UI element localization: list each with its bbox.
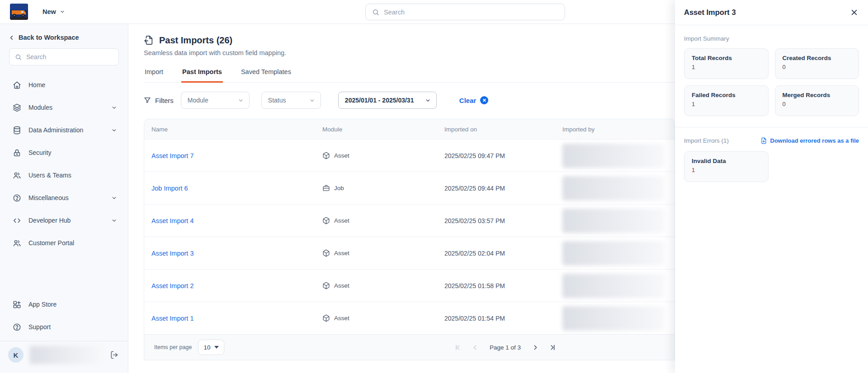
global-search-input[interactable]: Search <box>365 4 565 20</box>
users-icon <box>13 239 21 247</box>
sidebar-nav: Home Modules Data Administration Securit… <box>0 74 128 254</box>
sidebar-item-users-teams[interactable]: Users & Teams <box>0 164 128 186</box>
table-row[interactable]: Asset Import 4 Asset 2025/02/25 03:57 PM <box>144 204 675 237</box>
imported-on: 2025/02/25 09:47 PM <box>437 152 555 159</box>
sidebar-search-input[interactable]: Search <box>9 48 119 65</box>
sidebar-item-home[interactable]: Home <box>0 74 128 96</box>
import-name-link[interactable]: Asset Import 3 <box>151 250 193 257</box>
first-page-button[interactable] <box>453 343 463 352</box>
help-circle-icon <box>13 323 21 331</box>
summary-card-failed: Failed Records 1 <box>684 85 769 116</box>
home-icon <box>13 81 21 89</box>
chevron-down-icon <box>425 98 431 103</box>
code-icon <box>13 216 21 225</box>
imported-on: 2025/02/25 01:58 PM <box>437 282 555 289</box>
close-icon[interactable] <box>850 9 858 16</box>
panel-title: Asset Import 3 <box>684 8 736 17</box>
back-label: Back to Workspace <box>19 34 79 41</box>
imported-on: 2025/02/25 09:44 PM <box>437 185 555 192</box>
chevron-down-icon <box>111 195 117 201</box>
chevron-down-icon <box>111 127 117 133</box>
help-circle-icon <box>13 194 21 202</box>
module-label: Job <box>334 185 344 191</box>
asset-icon <box>322 217 330 224</box>
import-name-link[interactable]: Asset Import 7 <box>151 152 193 159</box>
search-placeholder: Search <box>384 9 405 16</box>
redacted-user <box>562 176 665 200</box>
back-to-workspace-link[interactable]: Back to Workspace <box>0 24 128 41</box>
import-name-link[interactable]: Job Import 6 <box>151 185 188 192</box>
previous-page-button[interactable] <box>470 343 480 352</box>
clear-x-icon: ✕ <box>480 96 488 104</box>
tab-saved-templates[interactable]: Saved Templates <box>240 68 292 82</box>
sidebar-item-developer-hub[interactable]: Developer Hub <box>0 209 128 232</box>
import-name-link[interactable]: Asset Import 1 <box>151 315 193 322</box>
chevron-down-icon <box>111 218 117 224</box>
next-page-button[interactable] <box>531 343 540 352</box>
import-name-link[interactable]: Asset Import 2 <box>151 282 193 289</box>
module-filter-select[interactable]: Module <box>181 92 250 109</box>
avatar: K <box>8 347 24 363</box>
new-dropdown[interactable]: New <box>42 8 65 15</box>
filters-label: Filters <box>144 97 174 104</box>
table-row[interactable]: Asset Import 3 Asset 2025/02/25 02:04 PM <box>144 237 675 269</box>
database-icon <box>13 126 21 135</box>
imports-table: Name Module Imported on Imported by Asse… <box>144 119 675 334</box>
sidebar-item-app-store[interactable]: App Store <box>0 293 128 316</box>
error-card-invalid-data: Invalid Data 1 <box>684 151 769 182</box>
summary-card-merged: Merged Records 0 <box>775 85 859 116</box>
import-name-link[interactable]: Asset Import 4 <box>151 217 193 224</box>
sign-out-icon[interactable] <box>110 350 119 359</box>
chevron-down-icon <box>238 98 244 103</box>
last-page-button[interactable] <box>547 343 557 352</box>
date-range-select[interactable]: 2025/01/01 - 2025/03/31 <box>338 92 437 109</box>
user-row: K <box>0 341 128 370</box>
asset-icon <box>322 249 330 257</box>
sidebar-item-miscellaneous[interactable]: Miscellaneous <box>0 186 128 209</box>
chevron-down-icon <box>60 9 65 14</box>
import-errors-title: Import Errors (1) <box>684 137 729 144</box>
asset-icon <box>322 282 330 289</box>
filters-bar: Filters Module Status 2025/01/01 - 2025/… <box>144 92 675 109</box>
imported-on: 2025/02/25 03:57 PM <box>437 217 555 224</box>
status-filter-select[interactable]: Status <box>261 92 321 109</box>
module-label: Asset <box>334 315 349 322</box>
sidebar-footer: App Store Support K <box>0 293 128 373</box>
new-label: New <box>42 8 56 15</box>
tab-past-imports[interactable]: Past Imports <box>181 68 223 83</box>
redacted-user <box>562 274 665 298</box>
items-per-page-label: Items per page <box>154 344 192 350</box>
sidebar-item-customer-portal[interactable]: Customer Portal <box>0 232 128 254</box>
page-indicator: Page 1 of 3 <box>490 344 521 351</box>
triangle-down-icon <box>214 346 219 349</box>
file-download-icon <box>760 137 767 144</box>
tab-import[interactable]: Import <box>144 68 164 82</box>
column-header-imported-by: Imported by <box>555 126 675 133</box>
sidebar-item-security[interactable]: Security <box>0 141 128 164</box>
sidebar-item-modules[interactable]: Modules <box>0 96 128 119</box>
import-summary-title: Import Summary <box>684 35 859 42</box>
sidebar-item-support[interactable]: Support <box>0 316 128 338</box>
imported-on: 2025/02/25 01:54 PM <box>437 315 555 322</box>
search-placeholder: Search <box>26 53 46 61</box>
error-cards: Invalid Data 1 <box>684 151 859 182</box>
lock-icon <box>13 149 21 157</box>
chevron-left-icon <box>8 34 15 41</box>
table-row[interactable]: Asset Import 7 Asset 2025/02/25 09:47 PM <box>144 139 675 172</box>
module-label: Asset <box>334 282 349 289</box>
clear-filters-button[interactable]: Clear ✕ <box>459 96 489 104</box>
items-per-page-select[interactable]: 10 <box>198 340 224 355</box>
layers-icon <box>13 103 21 112</box>
table-row[interactable]: Asset Import 1 Asset 2025/02/25 01:54 PM <box>144 302 675 334</box>
table-header-row: Name Module Imported on Imported by <box>144 119 675 139</box>
module-label: Asset <box>334 250 349 256</box>
table-row[interactable]: Job Import 6 Job 2025/02/25 09:44 PM <box>144 172 675 204</box>
main-content: Past Imports (26) Seamless data import w… <box>128 24 675 373</box>
page-subtitle: Seamless data import with custom field m… <box>144 49 675 56</box>
summary-card-total: Total Records 1 <box>684 48 769 79</box>
sidebar-item-data-administration[interactable]: Data Administration <box>0 119 128 141</box>
table-row[interactable]: Asset Import 2 Asset 2025/02/25 01:58 PM <box>144 269 675 302</box>
download-errored-rows-link[interactable]: Download errored rows as a file <box>760 137 859 144</box>
column-header-name: Name <box>144 126 315 133</box>
search-icon <box>372 9 379 16</box>
